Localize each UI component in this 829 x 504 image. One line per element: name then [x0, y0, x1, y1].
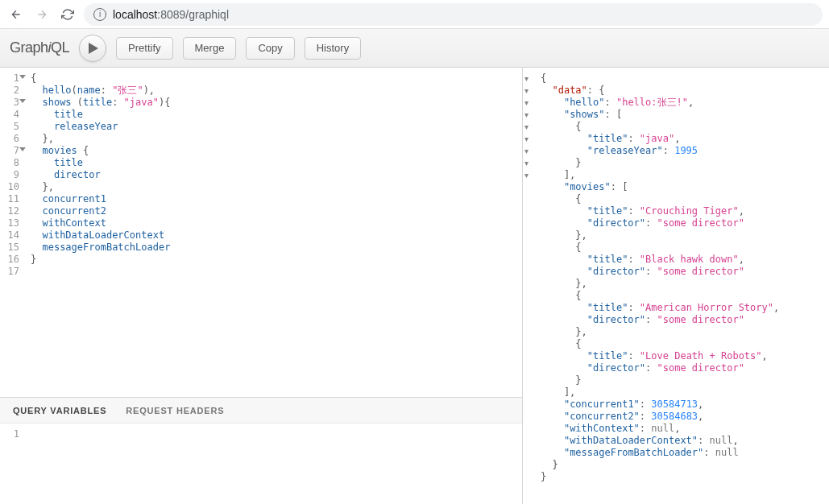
code-line: "title": "Crouching Tiger",: [541, 205, 779, 217]
copy-button[interactable]: Copy: [246, 37, 294, 60]
code-line: "releaseYear": 1995: [541, 145, 779, 157]
fold-icon[interactable]: ▾: [523, 97, 533, 109]
fold-icon[interactable]: ▾: [523, 109, 533, 121]
line-number: 5: [0, 121, 24, 133]
query-editor[interactable]: 1234567891011121314151617 { hello(name: …: [0, 68, 522, 397]
line-number: 16: [0, 254, 24, 266]
arrow-right-icon: [35, 8, 48, 21]
query-code[interactable]: { hello(name: "张三"), shows (title: "java…: [24, 68, 522, 397]
code-line: ],: [541, 169, 779, 181]
fold-icon[interactable]: [19, 147, 26, 151]
tab-query-variables[interactable]: QUERY VARIABLES: [13, 406, 106, 415]
code-line: director: [31, 169, 516, 181]
forward-button[interactable]: [32, 5, 52, 24]
line-number: 6: [0, 133, 24, 145]
code-line: "data": {: [541, 85, 779, 97]
variables-editor[interactable]: 1: [0, 423, 522, 504]
url-text: localhost:8089/graphiql: [113, 8, 229, 21]
code-line: "shows": [: [541, 109, 779, 121]
result-gutter: ▾▾▾▾▾▾▾▾▾: [523, 68, 533, 488]
code-line: [31, 428, 516, 440]
code-line: },: [541, 278, 779, 290]
line-number: 1: [0, 72, 24, 85]
code-line: },: [541, 229, 779, 242]
code-line: "director": "some director": [541, 362, 779, 374]
fold-icon[interactable]: ▾: [523, 85, 533, 97]
code-line: },: [541, 326, 779, 338]
graphiql-logo: GraphiQL: [10, 39, 69, 56]
result-panel: ▾▾▾▾▾▾▾▾▾ { "data": { "hello": "hello:张三…: [523, 68, 829, 504]
code-line: "withDataLoaderContext": null,: [541, 435, 779, 447]
merge-button[interactable]: Merge: [183, 37, 237, 60]
code-line: {: [541, 242, 779, 254]
reload-button[interactable]: [58, 5, 77, 24]
line-number: 13: [0, 217, 24, 229]
code-line: },: [31, 181, 516, 193]
tab-request-headers[interactable]: REQUEST HEADERS: [126, 406, 224, 415]
fold-icon[interactable]: ▾: [523, 133, 533, 145]
reload-icon: [61, 8, 74, 21]
line-number: 17: [0, 266, 24, 278]
line-number: 2: [0, 85, 24, 97]
play-icon: [89, 43, 98, 54]
line-number: 9: [0, 169, 24, 181]
fold-icon[interactable]: [19, 99, 26, 103]
code-line: hello(name: "张三"),: [31, 85, 516, 97]
line-number: 14: [0, 229, 24, 242]
line-number: 8: [0, 157, 24, 169]
back-button[interactable]: [6, 5, 26, 24]
code-line: "title": "Love Death + Robots",: [541, 350, 779, 362]
execute-button[interactable]: [79, 35, 106, 62]
fold-icon[interactable]: ▾: [523, 169, 533, 181]
code-line: concurrent2: [31, 205, 516, 217]
code-line: },: [31, 133, 516, 145]
line-number: 12: [0, 205, 24, 217]
bottom-tab-bar: QUERY VARIABLES REQUEST HEADERS: [0, 398, 522, 423]
vars-gutter: 1: [0, 423, 24, 504]
code-line: "director": "some director": [541, 314, 779, 326]
code-line: "withContext": null,: [541, 423, 779, 435]
line-number: 10: [0, 181, 24, 193]
fold-icon[interactable]: ▾: [523, 145, 533, 157]
code-line: withDataLoaderContext: [31, 229, 516, 242]
history-button[interactable]: History: [305, 37, 361, 60]
fold-icon[interactable]: ▾: [523, 157, 533, 169]
code-line: {: [541, 121, 779, 133]
code-line: {: [31, 72, 516, 85]
code-line: }: [31, 254, 516, 266]
code-line: "title": "Black hawk down",: [541, 254, 779, 266]
fold-icon[interactable]: ▾: [523, 72, 533, 85]
vars-code[interactable]: [24, 423, 522, 504]
code-line: }: [541, 459, 779, 471]
code-line: title: [31, 109, 516, 121]
main: 1234567891011121314151617 { hello(name: …: [0, 68, 829, 504]
result-code: { "data": { "hello": "hello:张三!", "shows…: [533, 68, 787, 488]
fold-icon[interactable]: ▾: [523, 121, 533, 133]
code-line: "hello": "hello:张三!",: [541, 97, 779, 109]
prettify-button[interactable]: Prettify: [116, 37, 172, 60]
line-number: 7: [0, 145, 24, 157]
code-line: }: [541, 471, 779, 483]
browser-chrome: i localhost:8089/graphiql: [0, 0, 829, 29]
code-line: title: [31, 157, 516, 169]
code-line: {: [541, 72, 779, 85]
code-line: withContext: [31, 217, 516, 229]
code-line: releaseYear: [31, 121, 516, 133]
code-line: }: [541, 157, 779, 169]
url-bar[interactable]: i localhost:8089/graphiql: [84, 3, 823, 26]
code-line: }: [541, 374, 779, 386]
line-number: 15: [0, 242, 24, 254]
code-line: "title": "American Horror Story",: [541, 302, 779, 314]
line-number: 1: [0, 428, 24, 440]
fold-icon[interactable]: [19, 75, 26, 79]
line-number: 3: [0, 97, 24, 109]
info-icon: i: [93, 8, 106, 21]
line-number: 11: [0, 193, 24, 205]
code-line: {: [541, 193, 779, 205]
code-line: movies {: [31, 145, 516, 157]
code-line: "messageFromBatchLoader": null: [541, 447, 779, 459]
arrow-left-icon: [10, 8, 23, 21]
code-line: {: [541, 338, 779, 350]
code-line: "concurrent1": 30584713,: [541, 399, 779, 411]
code-line: messageFromBatchLoader: [31, 242, 516, 254]
